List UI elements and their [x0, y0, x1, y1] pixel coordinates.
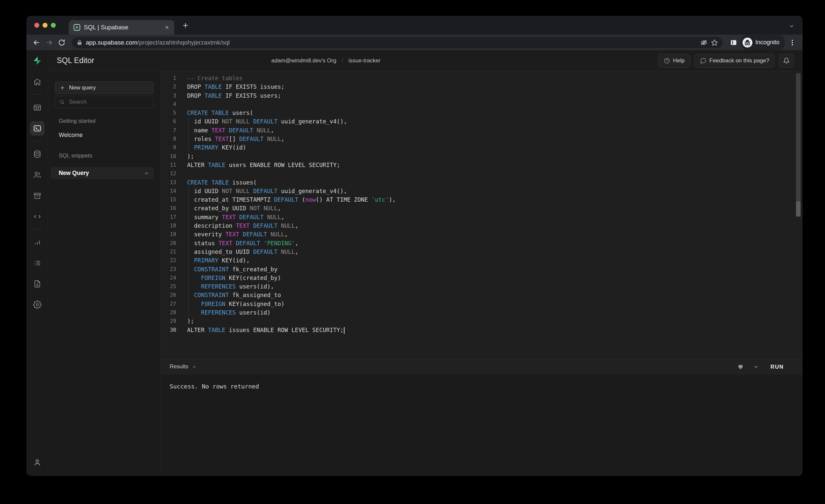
sidebar-item-logs[interactable] — [26, 253, 48, 273]
incognito-icon — [743, 38, 752, 48]
forward-button[interactable] — [44, 38, 54, 48]
back-button[interactable] — [32, 38, 42, 48]
breadcrumb-org[interactable]: adam@windmill.dev's Org — [271, 57, 336, 64]
speech-bubble-icon — [700, 57, 706, 64]
close-window-button[interactable] — [34, 23, 39, 28]
code-line[interactable]: 23 CONSTRAINT fk_created_by — [161, 265, 803, 274]
sidebar-item-database[interactable] — [26, 144, 48, 164]
favorite-heart-icon[interactable] — [737, 363, 744, 370]
browser-menu-icon[interactable] — [788, 38, 797, 48]
code-line[interactable]: 2DROP TABLE IF EXISTS issues; — [161, 82, 803, 91]
results-tab[interactable]: Results — [170, 363, 189, 370]
code-line[interactable]: 4 — [161, 100, 803, 109]
code-line[interactable]: 1-- Create tables — [161, 74, 803, 82]
code-line[interactable]: 18 description TEXT DEFAULT NULL, — [161, 221, 803, 230]
active-item-highlight — [30, 121, 45, 136]
code-line[interactable]: 5CREATE TABLE users( — [161, 109, 803, 117]
sidebar-item-sql-editor[interactable] — [26, 118, 48, 139]
browser-tab[interactable]: SQL | Supabase — [69, 20, 174, 34]
sidebar-item-authentication[interactable] — [26, 164, 48, 185]
editor-column: 1-- Create tables2DROP TABLE IF EXISTS i… — [161, 71, 803, 476]
code-line[interactable]: 30ALTER TABLE issues ENABLE ROW LEVEL SE… — [161, 326, 803, 334]
code-lines: 1-- Create tables2DROP TABLE IF EXISTS i… — [161, 74, 803, 334]
code-line[interactable]: 9 PRIMARY KEY(id) — [161, 143, 803, 152]
sidebar-item-edge-functions[interactable] — [26, 206, 48, 227]
results-bar: Results RUN — [161, 359, 803, 374]
reload-button[interactable] — [57, 38, 67, 48]
supabase-app: SQL Editor adam@windmill.dev's Org / iss… — [26, 50, 803, 476]
run-options-chevron-icon[interactable] — [753, 364, 759, 370]
code-line[interactable]: 24 FOREIGN KEY(created_by) — [161, 274, 803, 282]
help-button[interactable]: Help — [658, 54, 690, 68]
address-bar[interactable]: app.supabase.com/project/azahtnhqohyjerz… — [72, 37, 723, 48]
tab-search-chevron-icon[interactable] — [789, 23, 795, 29]
breadcrumb-project[interactable]: issue-tracker — [349, 57, 380, 64]
code-line[interactable]: 19 severity TEXT DEFAULT NULL, — [161, 230, 803, 239]
text-cursor — [344, 327, 345, 334]
sidebar-item-welcome[interactable]: Welcome — [59, 132, 160, 139]
file-icon — [33, 280, 42, 288]
minimize-window-button[interactable] — [43, 23, 48, 28]
code-line[interactable]: 22 PRIMARY KEY(id), — [161, 256, 803, 265]
editor-scrollbar[interactable] — [796, 73, 801, 217]
code-line[interactable]: 29); — [161, 317, 803, 326]
chevron-down-icon[interactable] — [192, 364, 197, 369]
search-box[interactable] — [55, 96, 154, 108]
sidebar-item-settings[interactable] — [26, 294, 48, 315]
plus-icon — [59, 85, 65, 91]
code-line[interactable]: 14 id UUID NOT NULL DEFAULT uuid_generat… — [161, 187, 803, 195]
close-tab-icon[interactable] — [164, 25, 170, 30]
maximize-window-button[interactable] — [51, 23, 56, 28]
code-line[interactable]: 16 created_by UUID NOT NULL, — [161, 204, 803, 213]
lock-icon — [77, 40, 82, 46]
home-icon — [33, 78, 42, 86]
sidebar-item-storage[interactable] — [26, 185, 48, 206]
bookmark-star-icon[interactable] — [711, 39, 718, 46]
user-icon — [33, 458, 42, 467]
sql-editor[interactable]: 1-- Create tables2DROP TABLE IF EXISTS i… — [161, 71, 803, 359]
feedback-button[interactable]: Feedback on this page? — [694, 54, 775, 68]
incognito-badge: Incognito — [741, 35, 785, 50]
code-line[interactable]: 8 roles TEXT[] DEFAULT NULL, — [161, 135, 803, 143]
code-line[interactable]: 20 status TEXT DEFAULT 'PENDING', — [161, 239, 803, 247]
code-line[interactable]: 17 summary TEXT DEFAULT NULL, — [161, 213, 803, 221]
new-query-button[interactable]: New query — [55, 81, 154, 94]
desktop: { "browser": { "tab": {"title": "SQL | S… — [0, 0, 825, 504]
code-line[interactable]: 27 FOREIGN KEY(assigned_to) — [161, 300, 803, 308]
results-panel: Success. No rows returned — [161, 374, 803, 476]
run-button[interactable]: RUN — [770, 364, 784, 370]
url-text[interactable]: app.supabase.com/project/azahtnhqohyjerz… — [86, 39, 697, 46]
code-line[interactable]: 7 name TEXT DEFAULT NULL, — [161, 126, 803, 135]
side-panel-icon[interactable] — [729, 38, 739, 48]
code-line[interactable]: 28 REFERENCES users(id) — [161, 308, 803, 317]
code-line[interactable]: 25 REFERENCES users(id), — [161, 282, 803, 291]
section-label-getting-started: Getting started — [59, 118, 160, 125]
account-button[interactable] — [26, 451, 48, 474]
code-line[interactable]: 21 assigned_to UUID DEFAULT NULL, — [161, 247, 803, 256]
rail-divider — [26, 139, 48, 144]
tab-strip: SQL | Supabase — [26, 16, 803, 34]
rail-divider — [26, 92, 48, 97]
supabase-logo[interactable] — [26, 50, 48, 71]
code-line[interactable]: 26 CONSTRAINT fk_assigned_to — [161, 291, 803, 299]
search-input[interactable] — [68, 98, 149, 105]
privacy-eye-off-icon[interactable] — [700, 39, 707, 46]
rail-divider — [26, 227, 48, 232]
sidebar-item-home[interactable] — [26, 71, 48, 92]
sidebar-item-api-docs[interactable] — [26, 273, 48, 294]
question-circle-icon — [664, 57, 670, 64]
sidebar-item-new-query-selected[interactable]: New Query — [51, 167, 154, 179]
notifications-button[interactable] — [779, 54, 794, 68]
code-line[interactable]: 10); — [161, 152, 803, 161]
code-line[interactable]: 13CREATE TABLE issues( — [161, 178, 803, 187]
code-line[interactable]: 6 id UUID NOT NULL DEFAULT uuid_generate… — [161, 117, 803, 126]
sidebar-item-reports[interactable] — [26, 232, 48, 253]
code-line[interactable]: 11ALTER TABLE users ENABLE ROW LEVEL SEC… — [161, 161, 803, 169]
code-line[interactable]: 12 — [161, 169, 803, 178]
list-icon — [33, 259, 42, 267]
sidebar-item-table-editor[interactable] — [26, 97, 48, 118]
code-line[interactable]: 15 created_at TIMESTAMPTZ DEFAULT (now()… — [161, 195, 803, 204]
window-controls — [34, 23, 56, 28]
new-tab-button[interactable] — [181, 21, 190, 29]
code-line[interactable]: 3DROP TABLE IF EXISTS users; — [161, 91, 803, 100]
